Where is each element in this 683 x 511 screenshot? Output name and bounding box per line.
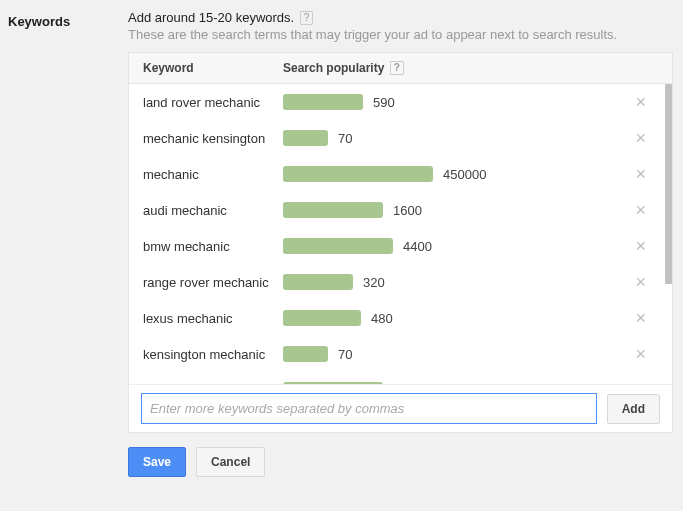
popularity-cell: 320 [283, 274, 629, 290]
add-button[interactable]: Add [607, 394, 660, 424]
th-keyword: Keyword [143, 61, 283, 75]
table-row: range rover mechanic320× [129, 264, 672, 300]
help-icon[interactable]: ? [300, 11, 314, 25]
popularity-value: 590 [373, 95, 395, 110]
intro-text-1: Add around 15-20 keywords. [128, 10, 294, 25]
th-popularity: Search popularity ? [283, 61, 658, 75]
table-row: kensington mechanic70× [129, 336, 672, 372]
popularity-cell: 70 [283, 130, 629, 146]
keyword-cell: lexus mechanic [143, 311, 283, 326]
remove-icon[interactable]: × [629, 201, 652, 219]
remove-icon[interactable]: × [629, 237, 652, 255]
table-row: lexus mechanic480× [129, 300, 672, 336]
popularity-bar [283, 310, 361, 326]
popularity-value: 4400 [403, 239, 432, 254]
keyword-cell: bmw mechanic [143, 239, 283, 254]
cancel-button[interactable]: Cancel [196, 447, 265, 477]
popularity-value: 1600 [393, 383, 422, 385]
popularity-value: 480 [371, 311, 393, 326]
remove-icon[interactable]: × [629, 345, 652, 363]
keywords-panel: Keyword Search popularity ? land rover m… [128, 52, 673, 433]
keyword-cell: range rover mechanic [143, 275, 283, 290]
table-row: mercedes mechanic1600× [129, 372, 672, 384]
remove-icon[interactable]: × [629, 165, 652, 183]
popularity-bar [283, 94, 363, 110]
help-icon[interactable]: ? [390, 61, 404, 75]
popularity-cell: 70 [283, 346, 629, 362]
popularity-cell: 590 [283, 94, 629, 110]
popularity-value: 1600 [393, 203, 422, 218]
intro-line-2: These are the search terms that may trig… [128, 27, 673, 42]
popularity-cell: 1600 [283, 382, 629, 384]
save-button[interactable]: Save [128, 447, 186, 477]
popularity-bar [283, 274, 353, 290]
add-keyword-row: Add [129, 384, 672, 432]
remove-icon[interactable]: × [629, 381, 652, 384]
keyword-cell: mechanic kensington [143, 131, 283, 146]
section-label: Keywords [8, 14, 128, 29]
table-row: mechanic450000× [129, 156, 672, 192]
remove-icon[interactable]: × [629, 309, 652, 327]
keyword-input[interactable] [141, 393, 597, 424]
action-row: Save Cancel [128, 447, 673, 477]
popularity-value: 70 [338, 131, 352, 146]
keyword-cell: land rover mechanic [143, 95, 283, 110]
popularity-bar [283, 130, 328, 146]
popularity-value: 320 [363, 275, 385, 290]
keyword-cell: mercedes mechanic [143, 383, 283, 385]
keyword-rows: land rover mechanic590×mechanic kensingt… [129, 84, 672, 384]
popularity-cell: 480 [283, 310, 629, 326]
intro-line-1: Add around 15-20 keywords. ? [128, 10, 673, 25]
popularity-value: 450000 [443, 167, 486, 182]
table-row: mechanic kensington70× [129, 120, 672, 156]
remove-icon[interactable]: × [629, 273, 652, 291]
keyword-cell: mechanic [143, 167, 283, 182]
table-header: Keyword Search popularity ? [129, 53, 672, 84]
th-popularity-text: Search popularity [283, 61, 384, 75]
popularity-cell: 1600 [283, 202, 629, 218]
remove-icon[interactable]: × [629, 93, 652, 111]
popularity-bar [283, 202, 383, 218]
table-row: bmw mechanic4400× [129, 228, 672, 264]
popularity-value: 70 [338, 347, 352, 362]
keyword-cell: kensington mechanic [143, 347, 283, 362]
popularity-bar [283, 166, 433, 182]
popularity-cell: 4400 [283, 238, 629, 254]
table-row: audi mechanic1600× [129, 192, 672, 228]
popularity-bar [283, 346, 328, 362]
keyword-cell: audi mechanic [143, 203, 283, 218]
popularity-bar [283, 382, 383, 384]
table-row: land rover mechanic590× [129, 84, 672, 120]
remove-icon[interactable]: × [629, 129, 652, 147]
popularity-cell: 450000 [283, 166, 629, 182]
popularity-bar [283, 238, 393, 254]
